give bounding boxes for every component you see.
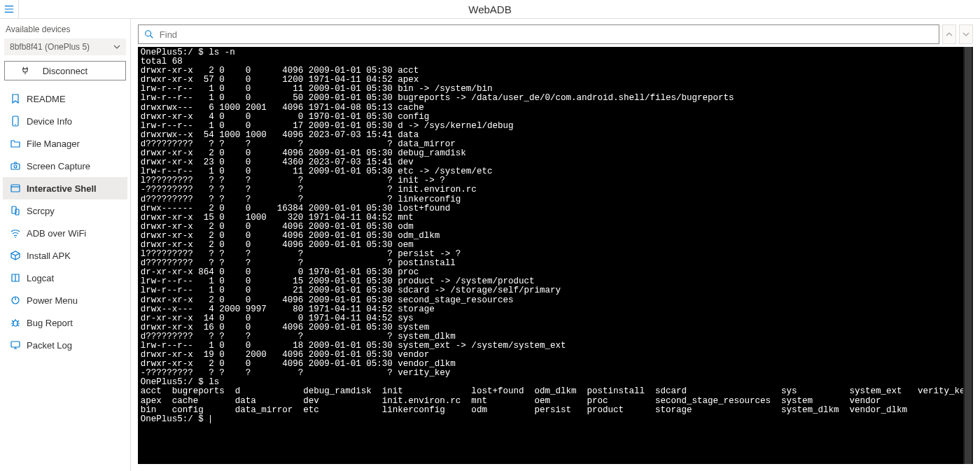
svg-point-1 xyxy=(15,124,16,125)
find-bar[interactable] xyxy=(138,24,939,44)
svg-rect-4 xyxy=(11,185,20,192)
camera-icon xyxy=(10,160,21,171)
sidebar-item-packet-log[interactable]: Packet Log xyxy=(3,334,127,356)
find-input[interactable] xyxy=(160,29,933,40)
svg-rect-2 xyxy=(11,164,20,169)
device-dropdown[interactable]: 8bfb8f41 (OnePlus 5) xyxy=(4,38,126,55)
search-icon xyxy=(144,29,154,39)
sidebar-item-screen-capture[interactable]: Screen Capture xyxy=(3,155,127,177)
sidebar-item-label: README xyxy=(27,94,66,104)
sidebar-item-install-apk[interactable]: Install APK xyxy=(3,244,127,267)
bug-icon xyxy=(10,317,21,328)
chevron-down-icon xyxy=(113,43,120,50)
sidebar-item-label: Bug Report xyxy=(27,318,73,328)
sidebar-item-readme[interactable]: README xyxy=(3,87,127,110)
terminal-scrollbar[interactable] xyxy=(963,47,973,464)
available-devices-label: Available devices xyxy=(3,23,127,38)
main-content: OnePlus5:/ $ ls -n total 68 drwxr-xr-x 2… xyxy=(131,19,980,471)
phone-icon xyxy=(10,115,21,127)
sidebar-item-label: Interactive Shell xyxy=(27,183,97,194)
svg-point-11 xyxy=(146,31,151,36)
topbar: WebADB xyxy=(0,0,980,19)
sidebar-item-interactive-shell[interactable]: Interactive Shell xyxy=(3,177,127,199)
sidebar-item-label: Scrcpy xyxy=(27,206,55,216)
sidebar-item-label: Logcat xyxy=(27,273,54,283)
wifi-icon xyxy=(10,227,21,239)
menu-toggle-button[interactable] xyxy=(0,0,19,19)
app-title: WebADB xyxy=(468,3,511,15)
power-icon xyxy=(10,295,21,306)
sidebar-item-file-manager[interactable]: File Manager xyxy=(3,132,127,155)
find-next-button[interactable] xyxy=(959,24,973,44)
disconnect-label: Disconnect xyxy=(43,66,88,76)
sidebar-item-label: Power Menu xyxy=(27,295,78,306)
svg-point-9 xyxy=(13,321,18,326)
bookmark-icon xyxy=(10,93,21,104)
hamburger-icon xyxy=(4,4,14,14)
sidebar-item-label: ADB over WiFi xyxy=(27,228,86,239)
book-icon xyxy=(10,272,21,283)
sidebar-item-label: File Manager xyxy=(27,139,80,149)
sidebar-item-scrcpy[interactable]: Scrcpy xyxy=(3,199,127,222)
sidebar-item-label: Install APK xyxy=(27,251,71,261)
scrollbar-thumb[interactable] xyxy=(965,47,972,464)
monitor-icon xyxy=(10,339,21,351)
device-dropdown-value: 8bfb8f41 (OnePlus 5) xyxy=(10,42,90,52)
find-prev-button[interactable] xyxy=(942,24,956,44)
window-icon xyxy=(10,183,21,194)
box-icon xyxy=(10,250,21,261)
sidebar-item-adb-over-wifi[interactable]: ADB over WiFi xyxy=(3,222,127,244)
disconnect-button[interactable]: Disconnect xyxy=(4,61,126,80)
chevron-down-icon xyxy=(962,31,969,38)
nav-list: READMEDevice InfoFile ManagerScreen Capt… xyxy=(3,87,127,356)
sidebar-item-bug-report[interactable]: Bug Report xyxy=(3,311,127,334)
svg-rect-10 xyxy=(11,342,20,347)
svg-point-3 xyxy=(14,165,17,168)
sidebar-item-label: Packet Log xyxy=(27,340,72,351)
terminal-output[interactable]: OnePlus5:/ $ ls -n total 68 drwxr-xr-x 2… xyxy=(138,47,973,464)
sidebar-item-device-info[interactable]: Device Info xyxy=(3,110,127,132)
sidebar-item-label: Device Info xyxy=(27,116,72,127)
sidebar-item-label: Screen Capture xyxy=(27,161,90,171)
chevron-up-icon xyxy=(946,31,953,38)
sidebar: Available devices 8bfb8f41 (OnePlus 5) D… xyxy=(0,19,131,471)
plug-icon xyxy=(20,66,30,76)
svg-point-7 xyxy=(15,237,16,238)
folder-icon xyxy=(10,138,21,149)
terminal-text: OnePlus5:/ $ ls -n total 68 drwxr-xr-x 2… xyxy=(141,48,970,424)
sidebar-item-logcat[interactable]: Logcat xyxy=(3,267,127,289)
phone-link-icon xyxy=(10,205,21,216)
sidebar-item-power-menu[interactable]: Power Menu xyxy=(3,289,127,311)
terminal-cursor xyxy=(210,415,211,423)
